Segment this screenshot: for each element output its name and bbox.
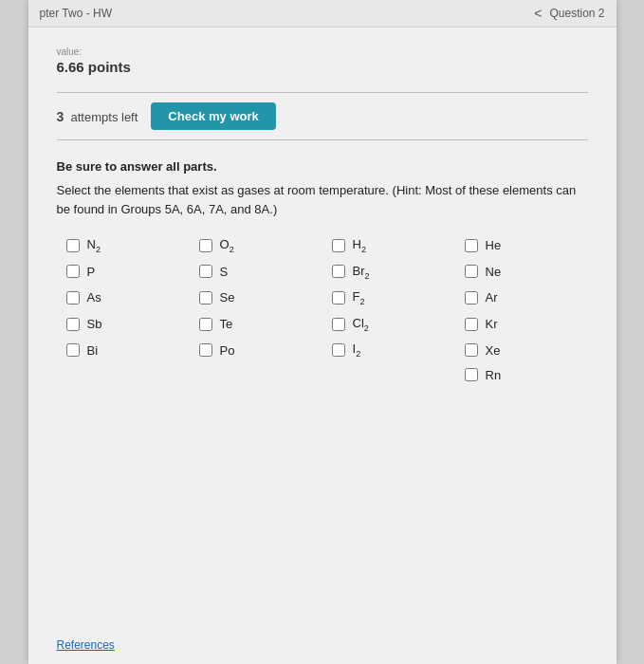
checkbox-o2[interactable] xyxy=(199,239,212,252)
checkbox-s[interactable] xyxy=(199,265,212,278)
checkbox-f2[interactable] xyxy=(332,291,345,304)
element-item: Se xyxy=(199,289,332,306)
question-nav: < Question 2 xyxy=(534,6,604,21)
element-item: Rn xyxy=(465,368,598,382)
elements-grid: N2O2H2HePSBr2NeAsSeF2ArSbTeCl2KrBiPoI2Xe… xyxy=(66,237,588,382)
element-label-p: P xyxy=(87,265,96,279)
element-item: Ar xyxy=(465,289,598,306)
element-item: He xyxy=(465,237,598,254)
checkbox-i2[interactable] xyxy=(332,343,345,357)
element-item: S xyxy=(199,264,332,281)
element-label-br2: Br2 xyxy=(353,264,370,281)
element-label-bi: Bi xyxy=(87,343,99,358)
checkbox-p[interactable] xyxy=(66,265,80,278)
checkbox-kr[interactable] xyxy=(465,318,478,331)
element-label-se: Se xyxy=(220,290,235,304)
checkbox-te[interactable] xyxy=(199,318,212,331)
top-bar: pter Two - HW < Question 2 xyxy=(28,0,616,28)
element-item: I2 xyxy=(332,341,465,359)
element-label-cl2: Cl2 xyxy=(353,316,369,333)
checkbox-rn[interactable] xyxy=(465,368,478,381)
element-label-he: He xyxy=(486,238,502,252)
empty-cell xyxy=(199,368,332,382)
element-label-n2: N2 xyxy=(87,237,101,254)
check-my-work-button[interactable]: Check my work xyxy=(151,102,275,130)
attempts-bar: 3 attempts left Check my work xyxy=(57,92,588,140)
checkbox-h2[interactable] xyxy=(332,239,345,252)
element-label-h2: H2 xyxy=(353,237,366,254)
nav-arrow[interactable]: < xyxy=(534,6,542,21)
element-label-ne: Ne xyxy=(486,265,502,279)
content-area: value: 6.66 points 3 attempts left Check… xyxy=(28,28,616,430)
question-label: Question 2 xyxy=(549,7,604,20)
empty-cell xyxy=(332,368,465,382)
instructions-part1: Be sure to answer all parts. xyxy=(57,159,588,174)
attempts-count: 3 xyxy=(57,109,64,124)
page-wrapper: pter Two - HW < Question 2 value: 6.66 p… xyxy=(28,0,616,664)
checkbox-ne[interactable] xyxy=(465,265,478,278)
empty-cell xyxy=(66,368,199,382)
element-item: O2 xyxy=(199,237,332,254)
element-item: Kr xyxy=(465,316,598,333)
element-label-ar: Ar xyxy=(486,290,498,304)
element-item: Sb xyxy=(66,316,199,333)
element-label-xe: Xe xyxy=(486,343,501,358)
element-label-o2: O2 xyxy=(220,237,234,254)
element-item: H2 xyxy=(332,237,465,254)
chapter-title: pter Two - HW xyxy=(40,7,112,20)
element-item: Po xyxy=(199,341,332,359)
checkbox-cl2[interactable] xyxy=(332,318,345,331)
element-label-i2: I2 xyxy=(353,341,361,359)
element-item: F2 xyxy=(332,289,465,306)
attempts-left-label: attempts left xyxy=(71,110,138,124)
element-label-po: Po xyxy=(220,343,235,358)
element-label-te: Te xyxy=(220,317,233,331)
checkbox-po[interactable] xyxy=(199,343,212,357)
references-link[interactable]: References xyxy=(57,638,115,652)
checkbox-br2[interactable] xyxy=(332,265,345,278)
element-item: Ne xyxy=(465,264,598,281)
question-text: Select the elements that exist as gases … xyxy=(57,181,588,218)
checkbox-n2[interactable] xyxy=(66,239,80,252)
element-label-sb: Sb xyxy=(87,317,102,331)
attempts-text: 3 attempts left xyxy=(57,109,138,124)
checkbox-he[interactable] xyxy=(465,239,478,252)
checkbox-se[interactable] xyxy=(199,291,212,304)
element-label-f2: F2 xyxy=(353,289,365,306)
element-item: N2 xyxy=(66,237,199,254)
checkbox-as[interactable] xyxy=(66,291,80,304)
references-bar: References xyxy=(57,636,115,653)
checkbox-ar[interactable] xyxy=(465,291,478,304)
value-label: value: xyxy=(57,46,588,57)
element-item: Bi xyxy=(66,341,199,359)
element-label-kr: Kr xyxy=(486,317,498,331)
element-item: As xyxy=(66,289,199,306)
element-item: Br2 xyxy=(332,264,465,281)
element-item: Xe xyxy=(465,341,598,359)
element-item: Te xyxy=(199,316,332,333)
checkbox-bi[interactable] xyxy=(66,343,80,357)
element-item: Cl2 xyxy=(332,316,465,333)
element-label-s: S xyxy=(220,265,229,279)
element-label-rn: Rn xyxy=(486,368,502,382)
checkbox-xe[interactable] xyxy=(465,343,478,357)
points-value: 6.66 points xyxy=(57,59,588,75)
checkbox-sb[interactable] xyxy=(66,318,80,331)
element-item: P xyxy=(66,264,199,281)
element-label-as: As xyxy=(87,290,101,304)
